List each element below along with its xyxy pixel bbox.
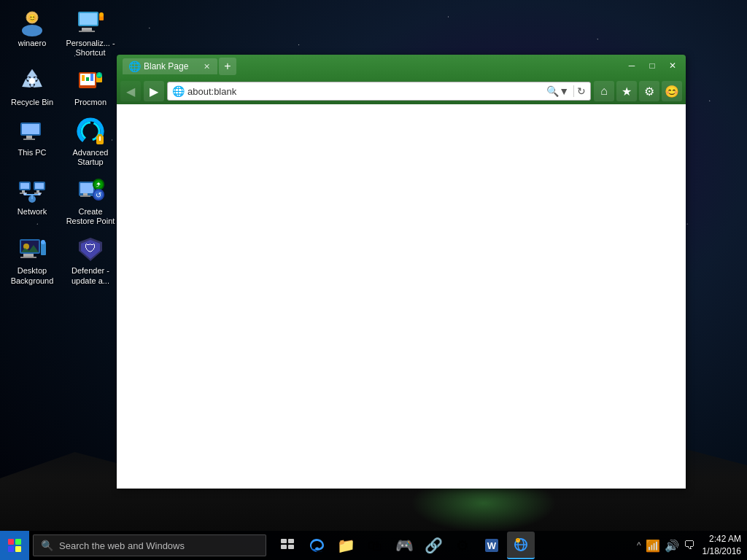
search-placeholder: Search the web and Windows [59,540,185,551]
svg-point-41 [38,192,41,195]
svg-rect-23 [22,124,39,134]
recycle-label: Recycle Bin [11,98,53,107]
gear-icon: ⚙ [644,85,654,98]
desktop-icons-container: 😊 winaero Personaliz... - Shortcut [0,0,123,293]
svg-rect-61 [281,539,287,543]
svg-rect-34 [35,183,44,189]
app6-icon: 🔗 [425,537,443,554]
svg-rect-17 [86,77,89,81]
settings-icon: ⚙ [456,537,469,554]
personalize-label: Personaliz... - Shortcut [64,39,117,58]
taskbar-app-taskview[interactable] [274,532,301,559]
taskbar: 🔍 Search the web and Windows [0,531,747,560]
new-tab-button[interactable]: + [219,58,236,75]
back-button[interactable]: ◀ [120,81,141,101]
browser-navbar: ◀ ▶ 🌐 about:blank 🔍▼ ↻ ⌂ ★ ⚙ [117,78,686,104]
notification-tray-icon[interactable]: 🗨 [684,539,695,552]
tab-label: Blank Page [144,61,188,71]
desktop-icon-recycle[interactable]: Recycle Bin [4,63,61,111]
clock-date: 1/18/2016 [703,545,741,558]
advstartup-label: Advanced Startup [64,148,117,167]
svg-rect-18 [90,74,93,81]
close-button[interactable]: ✕ [663,58,682,73]
maximize-button[interactable]: □ [643,58,662,73]
system-clock[interactable]: 2:42 AM 1/18/2016 [699,533,741,558]
restore-label: Create Restore Point [64,207,117,226]
tools-button[interactable]: ⚙ [639,81,659,101]
svg-rect-62 [288,539,294,543]
svg-rect-25 [23,139,35,140]
taskbar-app-ie[interactable]: e [507,532,535,559]
svg-text:😊: 😊 [28,13,37,23]
thispc-icon [18,117,47,146]
svg-rect-38 [25,194,39,195]
windows-logo [8,539,21,552]
desktop: 😊 winaero Personaliz... - Shortcut [0,0,747,560]
home-button[interactable]: ⌂ [594,81,614,101]
back-icon: ◀ [126,85,135,98]
home-icon: ⌂ [600,85,608,98]
desktop-icon-winaero[interactable]: 😊 winaero [4,4,61,61]
store-icon: 🛍 [368,537,382,554]
tab-bar: 🌐 Blank Page ✕ + [123,58,680,75]
favorites-button[interactable]: ★ [616,81,637,101]
desktop-icon-advstartup[interactable]: Advanced Startup [62,113,119,171]
svg-text:W: W [487,540,497,551]
desktop-icon-deskbg[interactable]: Desktop Background [4,231,61,289]
svg-text:↺: ↺ [96,191,101,199]
search-icon: 🔍 [41,540,53,551]
svg-rect-43 [80,183,93,193]
desktop-icon-procmon[interactable]: Procmon [62,63,119,111]
desktop-icon-thispc[interactable]: This PC [4,113,61,171]
taskbar-app-explorer[interactable]: 📁 [332,532,360,559]
svg-point-2 [22,25,42,36]
taskbar-app-edge[interactable] [303,532,330,559]
volume-tray-icon[interactable]: 🔊 [665,539,679,553]
desktop-icon-defender[interactable]: 🛡 Defender - update a... [62,231,119,289]
svg-point-9 [99,12,104,17]
window-controls: ─ □ ✕ [622,58,682,73]
desktop-icon-network[interactable]: Network [4,172,61,230]
address-search-button[interactable]: 🔍▼ [545,85,570,97]
svg-rect-64 [288,545,294,549]
svg-rect-55 [20,257,36,258]
taskbar-search[interactable]: 🔍 Search the web and Windows [33,534,266,556]
minimize-button[interactable]: ─ [622,58,641,73]
winaero-icon: 😊 [18,7,47,36]
desktop-icon-restore[interactable]: ↺ Create Restore Point [62,172,119,230]
app5-icon: 🎮 [395,537,414,554]
address-divider [573,85,574,97]
taskbar-app-store[interactable]: 🛍 [361,532,389,559]
network-tray-icon[interactable]: 📶 [646,539,660,553]
taskbar-right: ^ 📶 🔊 🗨 2:42 AM 1/18/2016 [637,533,747,558]
svg-rect-6 [82,28,92,31]
start-button[interactable] [0,531,29,560]
taskbar-app-settings[interactable]: ⚙ [449,532,476,559]
tray-chevron[interactable]: ^ [637,540,641,551]
feedback-button[interactable]: 😊 [662,81,682,101]
procmon-icon [76,66,105,96]
taskbar-app-word[interactable]: W [478,532,506,559]
system-tray: ^ 📶 🔊 🗨 [637,539,695,553]
browser-tab-blank[interactable]: 🌐 Blank Page ✕ [123,58,217,74]
deskbg-label: Desktop Background [6,266,58,285]
taskbar-app-app5[interactable]: 🎮 [390,532,418,559]
address-bar[interactable]: 🌐 about:blank 🔍▼ ↻ [167,82,591,101]
svg-rect-31 [22,190,25,192]
thispc-label: This PC [18,148,46,158]
forward-button[interactable]: ▶ [144,81,164,101]
desktop-icon-personalize[interactable]: Personaliz... - Shortcut [62,4,119,61]
tab-close-button[interactable]: ✕ [201,61,212,71]
defender-label: Defender - update a... [64,266,117,285]
browser-titlebar: 🌐 Blank Page ✕ + ─ □ ✕ [117,55,686,78]
refresh-button[interactable]: ↻ [577,85,586,97]
svg-rect-35 [36,190,39,192]
svg-rect-44 [83,193,88,195]
toolbar-right: ⌂ ★ ⚙ 😊 [594,81,682,101]
procmon-label: Procmon [74,98,107,107]
svg-rect-24 [26,136,32,139]
deskbg-icon [18,235,47,264]
svg-rect-54 [23,254,34,257]
address-text: about:blank [187,86,542,97]
taskbar-app-app6[interactable]: 🔗 [419,532,447,559]
